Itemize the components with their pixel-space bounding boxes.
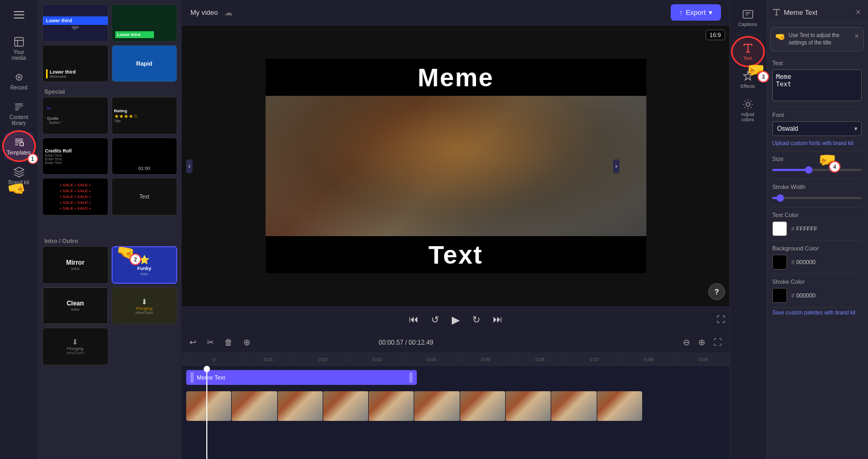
- collapse-panel-right[interactable]: ›: [613, 159, 619, 173]
- template-credits-roll[interactable]: Credits Roll Enter Text Enter Text Enter…: [42, 138, 108, 175]
- template-rapid[interactable]: Rapid: [112, 45, 178, 83]
- zoom-in-button[interactable]: ⊕: [695, 335, 708, 349]
- svg-rect-3: [20, 142, 23, 146]
- brand-kit-font-link[interactable]: with brand kit: [823, 140, 854, 146]
- meme-text-track[interactable]: Meme Text: [186, 370, 417, 385]
- text-input[interactable]: Meme Text: [772, 69, 862, 101]
- sidebar-item-your-media[interactable]: Your media: [4, 32, 34, 65]
- export-icon: ↑: [679, 8, 683, 16]
- play-button[interactable]: ▶: [450, 311, 462, 328]
- templates-panel: Lower third light Lower third Lower thir…: [38, 0, 182, 459]
- plunging-icon: ⬇: [141, 298, 148, 306]
- stroke-slider-container: [772, 193, 862, 201]
- template-grid-7: Clean Intro ⬇ Plunging Intro/Outro: [42, 287, 177, 325]
- effects-button[interactable]: Effects: [733, 66, 763, 93]
- add-media-button[interactable]: ⊕: [240, 335, 253, 349]
- background-color-swatch[interactable]: [772, 255, 787, 269]
- thumb-5: [369, 391, 414, 421]
- stroke-width-label: Stroke Width: [772, 184, 862, 190]
- zoom-out-button[interactable]: ⊖: [680, 335, 693, 349]
- sidebar-item-content-library[interactable]: Content library: [4, 97, 34, 130]
- template-text[interactable]: Text Add to timeline: [112, 178, 178, 215]
- step-1-badge: 1: [28, 154, 38, 164]
- save-custom-palettes-link[interactable]: Save custom palettes with brand kit: [772, 310, 862, 316]
- video-thumbnails[interactable]: [186, 391, 642, 421]
- rewind-button[interactable]: ↺: [429, 312, 441, 328]
- left-sidebar: Your media Record Content library Templa…: [0, 0, 38, 459]
- properties-title: Meme Text: [772, 8, 817, 16]
- template-sale-ticker[interactable]: • SALE • SALE • • SALE • SALE • • SALE •…: [42, 178, 108, 215]
- text-properties-button[interactable]: Text: [733, 38, 763, 65]
- skip-back-button[interactable]: ⏮: [407, 312, 421, 327]
- adjust-colors-button[interactable]: Adjust colors: [733, 94, 763, 127]
- text-section: Text Meme Text: [766, 56, 868, 107]
- stroke-slider[interactable]: [772, 197, 862, 199]
- captions-button[interactable]: Captions: [734, 4, 762, 31]
- thumb-7: [460, 391, 505, 421]
- sidebar-item-templates[interactable]: Templates 1: [4, 132, 34, 160]
- playback-bar: ⏮ ↺ ▶ ↻ ⏭ ⛶: [182, 307, 729, 332]
- font-select[interactable]: Oswald Arial Impact: [772, 121, 862, 136]
- properties-close-button[interactable]: ×: [855, 6, 862, 18]
- stroke-color-swatch[interactable]: [772, 288, 787, 303]
- delete-button[interactable]: 🗑: [221, 336, 236, 349]
- text-color-swatch[interactable]: [772, 221, 787, 236]
- timeline-time: 00:00.57 / 00:12.49: [379, 339, 433, 346]
- svg-rect-4: [743, 11, 752, 19]
- text-color-row: # FFFFFF: [772, 221, 862, 236]
- size-slider-container: [772, 165, 862, 173]
- ruler-marks: 0 0:01 0:02 0:03 0:04 0:05 0:06 0:07 0:0…: [186, 357, 729, 362]
- template-plunging2[interactable]: ⬇ Plunging Intro/Outro: [42, 328, 108, 365]
- sidebar-item-brand-kit[interactable]: Brand kit: [4, 162, 34, 190]
- track-handle-left[interactable]: [190, 372, 194, 383]
- template-grid-3: " Quote - Author " Rating ★★★★☆ Title: [42, 97, 177, 134]
- main-content: My video ☁ ↑ Export ▾ Meme: [182, 0, 729, 459]
- timeline-tracks: Meme Text: [182, 366, 729, 459]
- export-button[interactable]: ↑ Export ▾: [671, 4, 721, 21]
- template-grid-1: Lower third light Lower third: [42, 4, 177, 42]
- font-select-wrap: Oswald Arial Impact: [772, 121, 862, 136]
- template-lower-third-minimalist[interactable]: Lower third Minimalist: [42, 45, 108, 83]
- stroke-color-section: Stroke Color # 000000: [766, 274, 868, 307]
- track-label: Meme Text: [197, 374, 225, 381]
- skip-forward-button[interactable]: ⏭: [491, 312, 505, 327]
- text-label: Text: [772, 60, 862, 66]
- tooltip-close-button[interactable]: ×: [855, 32, 859, 40]
- font-section: Font Oswald Arial Impact Upload custom f…: [766, 107, 868, 151]
- sidebar-item-record[interactable]: Record: [4, 67, 34, 95]
- template-rating[interactable]: Rating ★★★★☆ Title: [112, 97, 178, 134]
- stroke-width-section: Stroke Width: [766, 179, 868, 207]
- template-lower-third-blue[interactable]: Lower third light: [42, 4, 108, 42]
- timeline-toolbar: ↩ ✂ 🗑 ⊕ 00:00.57 / 00:12.49 ⊖ ⊕ ⛶: [182, 332, 729, 353]
- properties-tooltip: 🤜 Use Text to adjust the settings of the…: [770, 27, 864, 51]
- track-handle-right[interactable]: [409, 372, 413, 383]
- export-chevron-icon: ▾: [709, 8, 712, 16]
- font-label: Font: [772, 112, 862, 118]
- timeline-area: ↩ ✂ 🗑 ⊕ 00:00.57 / 00:12.49 ⊖ ⊕ ⛶ 0 0:01…: [182, 332, 729, 459]
- fit-button[interactable]: ⛶: [710, 335, 725, 349]
- collapse-panel-left[interactable]: ‹: [186, 159, 193, 173]
- hamburger-menu[interactable]: [4, 4, 34, 25]
- video-bottom-text: Text: [428, 240, 483, 269]
- template-grid-8: ⬇ Plunging Intro/Outro: [42, 328, 177, 365]
- template-meme-duration[interactable]: 01:00: [112, 138, 178, 175]
- cut-button[interactable]: ✂: [204, 335, 217, 349]
- template-mirror-intro[interactable]: Mirror Intro: [42, 246, 108, 284]
- help-button[interactable]: ?: [708, 283, 725, 300]
- template-lower-third-green[interactable]: Lower third: [112, 4, 178, 42]
- expand-button[interactable]: ⛶: [717, 315, 725, 325]
- tooltip-text: Use Text to adjust the settings of the t…: [789, 32, 852, 47]
- size-slider[interactable]: [772, 169, 862, 171]
- thumb-8: [506, 391, 551, 421]
- text-color-label: Text Color: [772, 212, 862, 218]
- forward-button[interactable]: ↻: [470, 312, 482, 328]
- playhead[interactable]: [206, 366, 207, 459]
- upload-custom-fonts-link[interactable]: Upload custom fonts: [772, 140, 820, 146]
- template-funky-intro[interactable]: ⭐ Funky Intro: [112, 246, 178, 284]
- template-clean-intro[interactable]: Clean Intro: [42, 287, 108, 325]
- undo-button[interactable]: ↩: [186, 335, 199, 349]
- template-quote-author[interactable]: " Quote - Author ": [42, 97, 108, 134]
- size-label: Size: [772, 156, 862, 162]
- template-plunging-intro[interactable]: ⬇ Plunging Intro/Outro: [112, 287, 178, 325]
- template-grid-5: • SALE • SALE • • SALE • SALE • • SALE •…: [42, 178, 177, 215]
